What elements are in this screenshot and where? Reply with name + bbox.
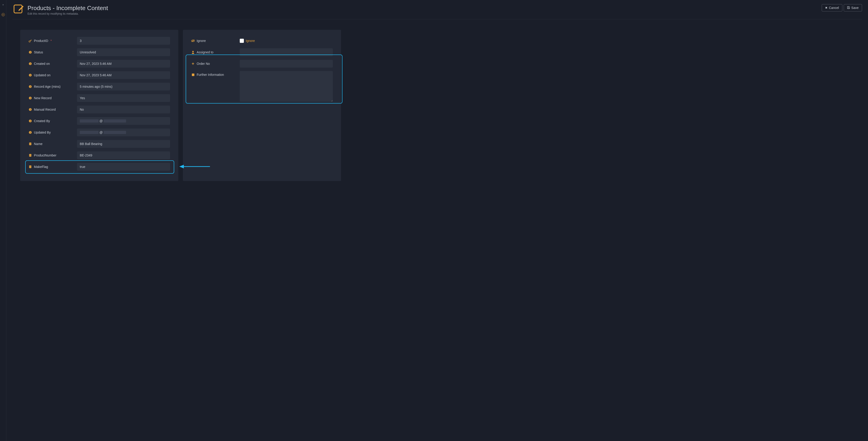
label-updated-by: Updated By [34, 131, 51, 134]
database-icon [28, 154, 32, 157]
svg-text:i: i [30, 120, 31, 122]
input-status[interactable] [77, 48, 170, 56]
svg-text:i: i [30, 108, 31, 111]
label-updated-on: Updated on [34, 73, 51, 77]
svg-text:i: i [30, 51, 31, 54]
page-header: Products - Incomplete Content Edit this … [12, 3, 862, 19]
field-product-id: ProductID * [28, 37, 170, 45]
info-icon: i [28, 119, 32, 123]
field-assigned-to: Assigned to [191, 48, 333, 56]
at-symbol: @ [99, 119, 103, 123]
label-created-on: Created on [34, 62, 50, 65]
field-new-record: i New Record [28, 94, 170, 102]
input-order-no[interactable] [240, 60, 333, 68]
input-product-id[interactable] [77, 37, 170, 45]
key-icon [28, 39, 32, 42]
textarea-further-info[interactable] [240, 71, 333, 102]
info-icon: i [28, 108, 32, 111]
page-title: Products - Incomplete Content [28, 5, 108, 12]
field-updated-by: i Updated By @ [28, 128, 170, 136]
field-product-number: ProductNumber [28, 151, 170, 159]
field-created-on: i Created on [28, 60, 170, 68]
database-icon [28, 165, 32, 168]
edit-icon [12, 3, 25, 15]
redacted-text [103, 119, 126, 123]
input-record-age[interactable] [77, 83, 170, 91]
add-item-icon[interactable]: + [1, 13, 5, 17]
svg-text:i: i [30, 86, 31, 88]
svg-text:i: i [30, 131, 31, 134]
field-make-flag: MakeFlag [28, 163, 170, 171]
field-name: Name [28, 140, 170, 148]
save-button-label: Save [851, 6, 859, 10]
info-icon: i [28, 96, 32, 100]
info-icon: i [28, 85, 32, 88]
user-icon [191, 51, 195, 54]
right-panel: Ignore Ignore Assigned to [183, 30, 341, 181]
svg-text:i: i [30, 74, 31, 76]
input-created-by[interactable]: @ [77, 117, 170, 125]
field-manual-record: i Manual Record [28, 105, 170, 114]
field-ignore: Ignore Ignore [191, 37, 333, 45]
cancel-button-label: Cancel [829, 6, 839, 10]
note-icon [191, 73, 195, 76]
svg-text:i: i [30, 97, 31, 99]
svg-text:i: i [30, 63, 31, 65]
label-manual-record: Manual Record [34, 108, 56, 111]
redacted-text [80, 131, 98, 134]
label-new-record: New Record [34, 96, 52, 100]
plus-icon [191, 62, 195, 65]
field-record-age: i Record Age (mins) [28, 83, 170, 91]
save-button[interactable]: Save [844, 4, 862, 11]
input-updated-on[interactable] [77, 71, 170, 79]
input-manual-record[interactable] [77, 105, 170, 114]
input-make-flag[interactable] [77, 163, 170, 171]
field-status: i Status [28, 48, 170, 56]
label-product-number: ProductNumber [34, 154, 56, 157]
label-created-by: Created By [34, 119, 50, 123]
checkbox-label-ignore[interactable]: Ignore [246, 39, 255, 42]
input-created-on[interactable] [77, 60, 170, 68]
input-assigned-to[interactable] [240, 48, 333, 56]
checkbox-ignore[interactable] [240, 39, 244, 43]
svg-marker-30 [179, 165, 184, 168]
field-updated-on: i Updated on [28, 71, 170, 79]
left-panel: ProductID * i Status [20, 30, 178, 181]
close-icon: ✖ [825, 6, 828, 9]
field-order-no: Order No [191, 60, 333, 68]
label-product-id: ProductID [34, 39, 48, 42]
left-rail: » + [0, 0, 6, 441]
input-name[interactable] [77, 140, 170, 148]
label-status: Status [34, 51, 43, 54]
redacted-text [103, 131, 126, 134]
label-ignore: Ignore [197, 39, 206, 42]
eye-slash-icon [191, 39, 195, 42]
expand-sidebar-icon[interactable]: » [1, 3, 5, 6]
arrow-pointer [178, 163, 210, 171]
at-symbol: @ [99, 131, 103, 134]
info-icon: i [28, 131, 32, 134]
redacted-text [80, 119, 98, 123]
input-new-record[interactable] [77, 94, 170, 102]
info-icon: i [28, 51, 32, 54]
input-product-number[interactable] [77, 151, 170, 159]
label-further-info: Further Information [197, 73, 224, 76]
cancel-button[interactable]: ✖ Cancel [822, 4, 842, 11]
page-subtitle: Edit this record by modifying its metada… [28, 12, 108, 15]
label-order-no: Order No [197, 62, 210, 65]
label-make-flag: MakeFlag [34, 165, 48, 168]
svg-marker-1 [18, 6, 24, 11]
label-name: Name [34, 142, 42, 146]
info-icon: i [28, 62, 32, 65]
label-record-age: Record Age (mins) [34, 85, 61, 88]
input-updated-by[interactable]: @ [77, 128, 170, 136]
field-created-by: i Created By @ [28, 117, 170, 125]
info-icon: i [28, 73, 32, 77]
label-assigned-to: Assigned to [197, 51, 213, 54]
save-icon [847, 6, 850, 10]
svg-point-27 [192, 51, 194, 52]
required-marker: * [51, 39, 52, 42]
field-further-info: Further Information [191, 71, 333, 102]
database-icon [28, 142, 32, 146]
